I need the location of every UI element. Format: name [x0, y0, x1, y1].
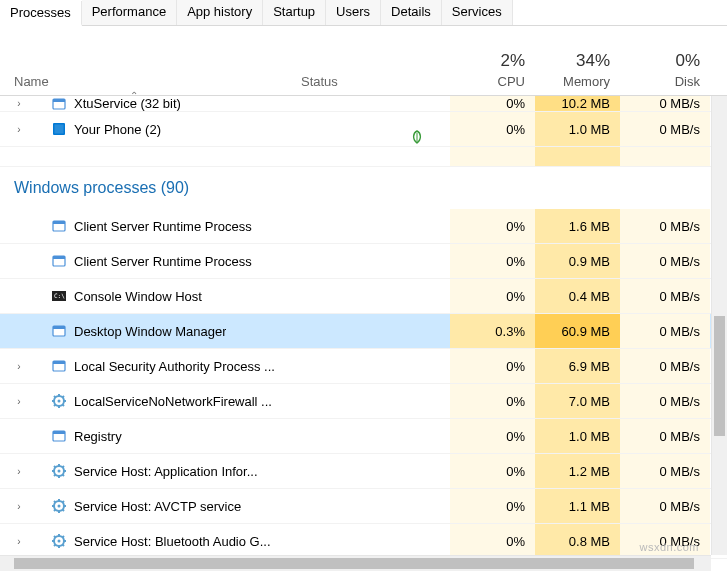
- process-name: Client Server Runtime Process: [74, 219, 252, 234]
- cell-name: ›Client Server Runtime Process: [0, 252, 295, 270]
- cell-cpu: 0%: [450, 209, 535, 243]
- process-name: Client Server Runtime Process: [74, 254, 252, 269]
- process-name: LocalServiceNoNetworkFirewall ...: [74, 394, 272, 409]
- cell-memory: 0.4 MB: [535, 279, 620, 313]
- process-name: Service Host: AVCTP service: [74, 499, 241, 514]
- cell-memory: 1.6 MB: [535, 209, 620, 243]
- gear-icon: [50, 462, 68, 480]
- tab-details[interactable]: Details: [381, 0, 442, 25]
- process-row[interactable]: ›Console Window Host0%0.4 MB0 MB/s: [0, 279, 727, 314]
- process-row[interactable]: ›Client Server Runtime Process0%0.9 MB0 …: [0, 244, 727, 279]
- process-row[interactable]: ›Desktop Window Manager0.3%60.9 MB0 MB/s: [0, 314, 727, 349]
- header-disk[interactable]: 0% Disk: [620, 74, 710, 91]
- app-blue-outline-icon: [50, 217, 68, 235]
- cell-cpu: 0%: [450, 419, 535, 453]
- expand-chevron-icon[interactable]: ›: [14, 501, 24, 512]
- header-cpu-label: CPU: [498, 74, 525, 89]
- horizontal-scrollbar[interactable]: [0, 555, 711, 571]
- header-status-label: Status: [301, 74, 338, 89]
- process-row[interactable]: ›Registry0%1.0 MB0 MB/s: [0, 419, 727, 454]
- header-disk-label: Disk: [675, 74, 700, 89]
- process-name: Service Host: Application Infor...: [74, 464, 258, 479]
- cell-memory: 6.9 MB: [535, 349, 620, 383]
- tab-performance[interactable]: Performance: [82, 0, 177, 25]
- app-blue-outline-icon: [50, 322, 68, 340]
- header-cpu-percent: 2%: [500, 51, 525, 71]
- process-row[interactable]: ›Client Server Runtime Process0%1.6 MB0 …: [0, 209, 727, 244]
- group-header-windows-processes[interactable]: Windows processes (90): [0, 167, 727, 209]
- cell-cpu: [450, 147, 535, 166]
- column-headers: ⌃ Name Status 2% CPU 34% Memory 0% Disk: [0, 26, 727, 96]
- cell-disk: 0 MB/s: [620, 384, 710, 418]
- cell-memory: [535, 147, 620, 166]
- cell-name: ›Service Host: Bluetooth Audio G...: [0, 532, 295, 550]
- cell-name: ›Local Security Authority Process ...: [0, 357, 295, 375]
- tab-processes[interactable]: Processes: [0, 1, 82, 26]
- cell-disk: 0 MB/s: [620, 489, 710, 523]
- app-blue-outline-icon: [50, 252, 68, 270]
- cell-memory: 1.1 MB: [535, 489, 620, 523]
- expand-chevron-icon[interactable]: ›: [14, 98, 24, 109]
- expand-chevron-icon[interactable]: ›: [14, 361, 24, 372]
- cell-memory: 1.0 MB: [535, 419, 620, 453]
- watermark: wsxdn.com: [639, 541, 699, 553]
- cell-disk: 0 MB/s: [620, 349, 710, 383]
- process-name: Console Window Host: [74, 289, 202, 304]
- process-name: Your Phone (2): [74, 122, 161, 137]
- cell-name: ›Desktop Window Manager: [0, 322, 295, 340]
- cell-cpu: 0%: [450, 244, 535, 278]
- process-name: Local Security Authority Process ...: [74, 359, 275, 374]
- tab-services[interactable]: Services: [442, 0, 513, 25]
- process-row[interactable]: ›Your Phone (2)0%1.0 MB0 MB/s: [0, 112, 727, 147]
- process-row[interactable]: ›Service Host: Application Infor...0%1.2…: [0, 454, 727, 489]
- cell-name: ›LocalServiceNoNetworkFirewall ...: [0, 392, 295, 410]
- header-cpu[interactable]: 2% CPU: [450, 74, 535, 91]
- tab-app-history[interactable]: App history: [177, 0, 263, 25]
- vertical-scrollbar-thumb[interactable]: [714, 316, 725, 436]
- process-row[interactable]: ›Service Host: AVCTP service0%1.1 MB0 MB…: [0, 489, 727, 524]
- process-name: Service Host: Bluetooth Audio G...: [74, 534, 271, 549]
- cell-cpu: 0%: [450, 112, 535, 146]
- cell-memory: 10.2 MB: [535, 96, 620, 111]
- spacer-row: [0, 147, 727, 167]
- horizontal-scrollbar-thumb[interactable]: [14, 558, 694, 569]
- cell-disk: 0 MB/s: [620, 112, 710, 146]
- tab-users[interactable]: Users: [326, 0, 381, 25]
- process-row[interactable]: ›XtuService (32 bit)0%10.2 MB0 MB/s: [0, 96, 727, 112]
- app-blue-icon: [50, 120, 68, 138]
- leaf-icon: [409, 129, 425, 145]
- header-name[interactable]: ⌃ Name: [0, 74, 295, 91]
- header-memory[interactable]: 34% Memory: [535, 74, 620, 91]
- cell-disk: 0 MB/s: [620, 454, 710, 488]
- process-row[interactable]: ›LocalServiceNoNetworkFirewall ...0%7.0 …: [0, 384, 727, 419]
- console-icon: [50, 287, 68, 305]
- cell-disk: 0 MB/s: [620, 244, 710, 278]
- cell-disk: 0 MB/s: [620, 314, 710, 348]
- app-blue-outline-icon: [50, 95, 68, 113]
- header-memory-percent: 34%: [576, 51, 610, 71]
- cell-memory: 7.0 MB: [535, 384, 620, 418]
- cell-memory: 1.2 MB: [535, 454, 620, 488]
- process-row[interactable]: ›Local Security Authority Process ...0%6…: [0, 349, 727, 384]
- vertical-scrollbar[interactable]: [711, 96, 727, 555]
- gear-icon: [50, 392, 68, 410]
- app-blue-outline-icon: [50, 357, 68, 375]
- cell-name: ›Registry: [0, 427, 295, 445]
- cell-name: ›Your Phone (2): [0, 120, 295, 138]
- tab-startup[interactable]: Startup: [263, 0, 326, 25]
- cell-cpu: 0%: [450, 96, 535, 111]
- expand-chevron-icon[interactable]: ›: [14, 536, 24, 547]
- cell-cpu: 0%: [450, 489, 535, 523]
- expand-chevron-icon[interactable]: ›: [14, 124, 24, 135]
- cell-disk: 0 MB/s: [620, 279, 710, 313]
- gear-icon: [50, 497, 68, 515]
- cell-memory: 1.0 MB: [535, 112, 620, 146]
- process-name: Registry: [74, 429, 122, 444]
- cell-name: ›Service Host: Application Infor...: [0, 462, 295, 480]
- process-row[interactable]: ›Service Host: Bluetooth Audio G...0%0.8…: [0, 524, 727, 559]
- cell-cpu: 0%: [450, 524, 535, 558]
- expand-chevron-icon[interactable]: ›: [14, 466, 24, 477]
- process-name: XtuService (32 bit): [74, 96, 181, 111]
- expand-chevron-icon[interactable]: ›: [14, 396, 24, 407]
- header-status[interactable]: Status: [295, 74, 450, 91]
